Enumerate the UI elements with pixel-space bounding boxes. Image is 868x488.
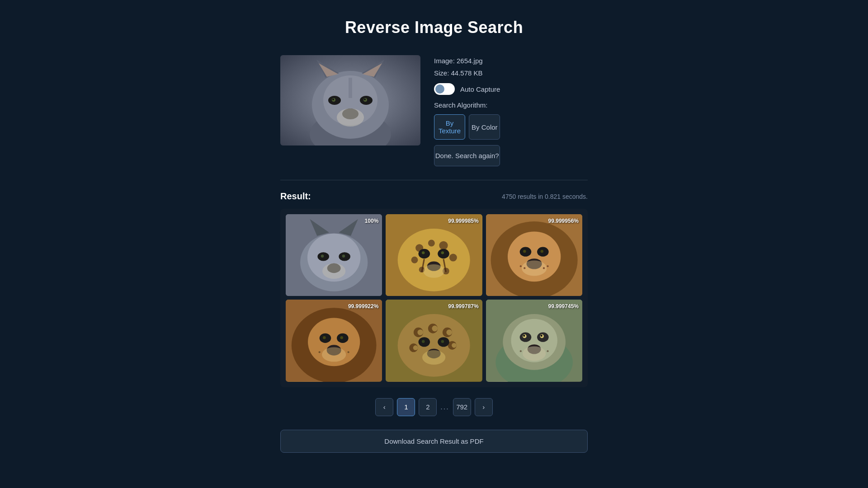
result-badge-4: 99.999922% <box>348 303 378 310</box>
svg-point-68 <box>348 351 349 353</box>
download-button[interactable]: Download Search Result as PDF <box>280 430 588 453</box>
result-label: Result: <box>280 191 311 202</box>
page-2-button[interactable]: 2 <box>419 398 437 416</box>
svg-point-12 <box>332 99 334 100</box>
toggle-knob <box>435 84 444 94</box>
result-image-3 <box>486 214 582 296</box>
algo-label: Search Algorithm: <box>434 101 500 109</box>
section-divider <box>280 180 588 180</box>
svg-point-51 <box>540 250 543 253</box>
page-1-button[interactable]: 1 <box>397 398 415 416</box>
svg-point-29 <box>398 229 470 291</box>
svg-point-100 <box>547 350 548 352</box>
result-item[interactable]: 99.999922% <box>286 300 382 381</box>
svg-point-44 <box>424 264 445 278</box>
svg-point-78 <box>413 346 418 351</box>
image-info-panel: Image: 2654.jpg Size: 44.578 KB Auto Cap… <box>434 55 500 166</box>
svg-point-32 <box>439 241 448 250</box>
svg-point-27 <box>322 263 345 279</box>
page-title: Reverse Image Search <box>345 18 523 37</box>
svg-point-67 <box>319 351 321 353</box>
svg-point-64 <box>340 336 343 339</box>
auto-capture-label: Auto Capture <box>460 85 500 93</box>
result-image-5 <box>386 300 482 381</box>
svg-point-84 <box>441 340 444 343</box>
result-item[interactable]: 99.999985% <box>386 214 482 296</box>
result-image-4 <box>286 300 382 381</box>
results-grid: 100% <box>280 209 588 387</box>
filename-text: Image: 2654.jpg <box>434 57 500 65</box>
svg-point-25 <box>342 255 345 258</box>
next-page-button[interactable]: › <box>475 398 493 416</box>
result-badge-2: 99.999985% <box>448 218 478 224</box>
svg-point-76 <box>447 329 453 335</box>
upload-section: Image: 2654.jpg Size: 44.578 KB Auto Cap… <box>280 55 588 166</box>
svg-point-74 <box>432 326 438 332</box>
filesize-text: Size: 44.578 KB <box>434 69 500 77</box>
svg-point-40 <box>441 251 444 254</box>
result-badge-3: 99.999956% <box>548 218 579 224</box>
svg-point-83 <box>422 340 425 343</box>
page-last-button[interactable]: 792 <box>453 398 471 416</box>
algo-buttons-group: By Texture By Color <box>434 114 500 140</box>
svg-point-34 <box>449 253 457 261</box>
image-preview <box>280 55 420 145</box>
svg-point-95 <box>523 335 525 337</box>
svg-point-66 <box>322 347 346 362</box>
by-texture-button[interactable]: By Texture <box>434 114 465 140</box>
svg-point-31 <box>428 240 435 247</box>
svg-point-55 <box>524 267 525 269</box>
result-item[interactable]: 100% <box>286 214 382 296</box>
result-badge-5: 99.999787% <box>448 303 478 310</box>
svg-point-54 <box>519 265 521 267</box>
auto-capture-toggle[interactable] <box>434 83 455 95</box>
svg-point-56 <box>547 265 548 267</box>
result-header: Result: 4750 results in 0.821 seconds. <box>280 191 588 202</box>
svg-point-50 <box>523 250 526 253</box>
result-image-2 <box>386 214 482 296</box>
svg-point-99 <box>519 350 521 352</box>
preview-image <box>280 55 420 145</box>
svg-point-39 <box>422 251 425 254</box>
pagination: ‹ 1 2 ... 792 › <box>280 398 588 416</box>
svg-point-24 <box>321 255 324 258</box>
svg-point-80 <box>452 343 457 348</box>
page-dots: ... <box>440 403 449 411</box>
svg-point-63 <box>323 336 326 339</box>
svg-point-57 <box>543 267 545 269</box>
result-image-1 <box>286 214 382 296</box>
prev-page-button[interactable]: ‹ <box>375 398 393 416</box>
svg-point-72 <box>418 329 424 335</box>
result-item[interactable]: 99.999787% <box>386 300 482 381</box>
svg-point-33 <box>411 257 418 263</box>
result-item[interactable]: 99.999745% <box>486 300 582 381</box>
result-badge-1: 100% <box>365 218 379 224</box>
main-content: Image: 2654.jpg Size: 44.578 KB Auto Cap… <box>280 55 588 430</box>
result-image-6 <box>486 300 582 381</box>
svg-point-15 <box>337 108 364 127</box>
auto-capture-row: Auto Capture <box>434 83 500 95</box>
svg-point-13 <box>364 99 366 100</box>
svg-point-70 <box>398 314 470 377</box>
by-color-button[interactable]: By Color <box>469 114 500 140</box>
search-again-button[interactable]: Done. Search again? <box>434 145 500 166</box>
svg-point-98 <box>523 347 546 361</box>
svg-point-96 <box>540 335 542 337</box>
svg-point-86 <box>422 350 445 365</box>
result-item[interactable]: 99.999956% <box>486 214 582 296</box>
result-badge-6: 99.999745% <box>548 303 579 310</box>
result-count: 4750 results in 0.821 seconds. <box>502 193 588 200</box>
